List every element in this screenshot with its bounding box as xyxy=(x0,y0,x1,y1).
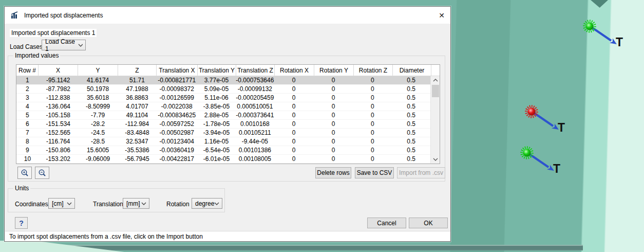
column-header[interactable]: Y xyxy=(78,65,118,76)
table-cell: 0 xyxy=(353,111,392,119)
table-cell: 35.6018 xyxy=(78,94,118,102)
spot-marker-green[interactable]: T xyxy=(581,20,643,52)
column-header[interactable]: Rotation X xyxy=(275,65,314,76)
units-group-label: Units xyxy=(13,185,30,192)
zoom-in-button[interactable] xyxy=(17,167,32,179)
column-header[interactable]: Row # xyxy=(16,65,39,76)
table-cell: -116.764 xyxy=(39,137,78,146)
coordinates-unit-select[interactable]: [cm] xyxy=(48,198,75,209)
save-to-csv-button[interactable]: Save to CSV xyxy=(355,167,394,178)
table-row[interactable]: 6-151.534-28.2-112.984-0.00597252-1.78e-… xyxy=(16,120,430,129)
help-button[interactable]: ? xyxy=(15,217,28,229)
table-cell: -0.00597252 xyxy=(156,120,197,128)
table-cell: 0.00101386 xyxy=(236,146,274,154)
column-header[interactable]: X xyxy=(39,65,78,76)
delete-rows-button[interactable]: Delete rows xyxy=(315,167,351,178)
table-cell: -35.5386 xyxy=(118,146,157,154)
table-cell: -136.064 xyxy=(39,102,78,111)
table-cell: -0.000821771 xyxy=(156,76,197,84)
table-cell: -28.5 xyxy=(78,137,118,146)
table-row[interactable]: 10-153.202-9.06009-56.7945-0.00422817-6.… xyxy=(16,155,430,164)
table-cell: 0 xyxy=(314,76,353,84)
column-header[interactable]: Translation Z xyxy=(236,65,275,76)
table-cell: -0.00502987 xyxy=(156,129,197,137)
table-row[interactable]: 2-87.798250.197847.1988-0.000983725.09e-… xyxy=(16,85,430,94)
table-cell: -9.44e-05 xyxy=(236,137,274,146)
table-cell: -0.000834625 xyxy=(156,111,197,119)
table-cell: -152.565 xyxy=(39,129,78,137)
scroll-down-icon[interactable] xyxy=(431,155,440,164)
chevron-down-icon xyxy=(141,202,146,205)
table-cell: 0.5 xyxy=(392,76,430,84)
translation-unit-select[interactable]: [mm] xyxy=(123,198,149,209)
table-cell: 5 xyxy=(16,111,39,119)
load-case-select[interactable]: Load Case 1 xyxy=(42,40,86,50)
coordinates-unit-value: [cm] xyxy=(52,200,64,207)
table-cell: 0.5 xyxy=(392,146,430,154)
table-cell: 0 xyxy=(353,120,392,128)
column-header[interactable]: Translation Y xyxy=(198,65,236,76)
scroll-up-icon[interactable] xyxy=(431,76,440,84)
column-header[interactable]: Diameter xyxy=(393,65,431,76)
table-cell: -0.000205459 xyxy=(236,94,274,102)
table-cell: 0 xyxy=(353,94,392,102)
table-cell: 0.00105211 xyxy=(236,129,274,137)
chevron-down-icon xyxy=(67,202,72,205)
close-icon[interactable]: ✕ xyxy=(435,9,448,22)
column-header[interactable]: Rotation Z xyxy=(354,65,393,76)
table-cell: -28.2 xyxy=(78,120,118,128)
table-cell: 0 xyxy=(314,102,353,111)
table-row[interactable]: 9-150.80615.6005-35.5386-0.00360419-6.54… xyxy=(16,146,430,155)
zoom-in-icon xyxy=(21,169,29,177)
table-cell: 0 xyxy=(353,137,392,146)
table-cell: 0 xyxy=(274,102,314,111)
table-cell: 9 xyxy=(16,146,39,154)
table-cell: 10 xyxy=(16,155,39,163)
ok-button[interactable]: OK xyxy=(409,218,448,228)
table-row[interactable]: 1-95.114241.617451.71-0.0008217713.77e-0… xyxy=(16,76,430,85)
table-cell: -24.5 xyxy=(78,129,118,137)
table-cell: 1.16e-05 xyxy=(197,137,236,146)
table-cell: -0.00422817 xyxy=(156,155,197,163)
table-cell: 0.0010168 xyxy=(236,120,274,128)
table-cell: 0 xyxy=(274,120,314,128)
table-cell: 0 xyxy=(353,146,392,154)
title-bar[interactable]: Imported spot displacements ✕ xyxy=(5,7,450,24)
table-cell: 0 xyxy=(274,137,314,146)
import-from-csv-button: Import from .csv xyxy=(397,167,445,178)
table-cell: -0.000753646 xyxy=(236,76,274,84)
table-cell: 0 xyxy=(274,94,314,102)
instance-list-item[interactable]: Imported spot displacements 1 xyxy=(10,29,97,37)
scrollbar-thumb[interactable] xyxy=(432,85,439,97)
table-cell: -0.00098372 xyxy=(156,85,197,93)
table-cell: 7 xyxy=(16,129,39,137)
table-cell: 4 xyxy=(16,102,39,111)
column-header[interactable]: Z xyxy=(118,65,157,76)
cancel-button[interactable]: Cancel xyxy=(367,218,406,228)
table-cell: 0.5 xyxy=(392,155,430,163)
vertical-scrollbar[interactable] xyxy=(430,76,440,164)
rotation-unit-value: degree xyxy=(195,200,214,207)
table-cell: -0.00126599 xyxy=(156,94,197,102)
column-header[interactable]: Rotation Y xyxy=(314,65,354,76)
table-cell: 0 xyxy=(274,111,314,119)
table-cell: 0.5 xyxy=(392,94,430,102)
table-cell: 2 xyxy=(16,85,39,93)
table-cell: 49.1104 xyxy=(118,111,157,119)
table-row[interactable]: 5-105.158-7.7949.1104-0.0008346252.88e-0… xyxy=(16,111,430,120)
table-row[interactable]: 7-152.565-24.5-83.4848-0.00502987-3.94e-… xyxy=(16,129,430,137)
table-cell: 36.8863 xyxy=(118,94,157,102)
screen: { "window": { "title": "Imported spot di… xyxy=(0,0,644,252)
table-cell: 0 xyxy=(314,120,353,128)
table-row[interactable]: 3-112.83835.601836.8863-0.001265995.11e-… xyxy=(16,94,430,102)
load-case-value: Load Case 1 xyxy=(45,38,78,52)
column-header[interactable]: Translation X xyxy=(157,65,198,76)
table-cell: 0 xyxy=(353,155,392,163)
table-row[interactable]: 8-116.764-28.532.5347-0.001234041.16e-05… xyxy=(16,137,430,146)
table-row[interactable]: 4-136.064-8.509994.01707-0.0022038-3.85e… xyxy=(16,102,430,111)
zoom-out-button[interactable] xyxy=(35,167,49,179)
rotation-unit-select[interactable]: degree xyxy=(192,198,222,209)
table-cell: -0.00099132 xyxy=(236,85,274,93)
spot-marker-red[interactable]: T xyxy=(523,105,585,138)
spot-marker-green[interactable]: T xyxy=(519,146,580,179)
